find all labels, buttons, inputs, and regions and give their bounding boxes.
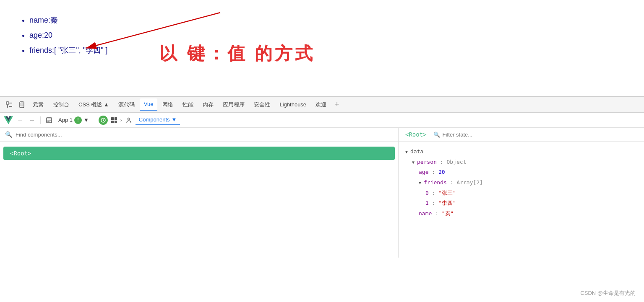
app-dropdown-icon: ▼ <box>83 117 89 123</box>
bullet-list: name:秦 age:20 friends:[ "张三", "李四" ] <box>17 13 627 58</box>
tab-lighthouse[interactable]: Lighthouse <box>275 99 310 110</box>
svg-rect-2 <box>6 102 9 104</box>
person-key: person <box>417 159 437 165</box>
svg-rect-9 <box>111 121 114 123</box>
filter-bar: 🔍 <box>433 132 513 138</box>
component-tree-icon <box>124 115 134 125</box>
age-row: age : 20 <box>405 167 637 178</box>
component-search-bar: 🔍 <box>0 128 398 142</box>
friends-colon: : <box>450 179 457 186</box>
top-content-area: name:秦 age:20 friends:[ "张三", "李四" ] 以 键… <box>0 0 644 96</box>
tab-security[interactable]: 安全性 <box>250 98 274 111</box>
friend1-row: 1 : "李四" <box>405 198 637 209</box>
person-triangle: ▼ <box>412 160 417 165</box>
selected-component-label: <Root> <box>405 131 427 138</box>
tab-sources[interactable]: 源代码 <box>114 98 139 111</box>
age-value: 20 <box>438 169 445 175</box>
tab-welcome[interactable]: 欢迎 <box>311 98 331 111</box>
data-triangle: ▼ <box>405 150 410 154</box>
toolbar-separator-2 <box>95 116 95 124</box>
tab-application[interactable]: 应用程序 <box>219 98 249 111</box>
friend0-row: 0 : "张三" <box>405 188 637 199</box>
components-tab[interactable]: Components ▼ <box>136 115 180 125</box>
person-type-value: Object <box>447 159 467 165</box>
name-row: name : "秦" <box>405 209 637 219</box>
svg-point-11 <box>128 118 130 120</box>
filter-search-icon: 🔍 <box>433 132 440 138</box>
component-search-input[interactable] <box>16 132 393 138</box>
search-icon: 🔍 <box>5 131 12 138</box>
tab-memory[interactable]: 内存 <box>198 98 218 111</box>
page-icon <box>44 115 54 125</box>
data-tree: ▼ data ▼ person : Object age : 20 <box>399 142 644 224</box>
filter-state-input[interactable] <box>443 132 513 138</box>
age-colon: : <box>432 169 438 175</box>
friend0-value: "张三" <box>438 190 456 196</box>
devtools-tab-bar: 元素 控制台 CSS 概述 ▲ 源代码 Vue 网络 性能 内存 应用程序 安全… <box>0 97 644 113</box>
person-row: ▼ person : Object <box>405 157 637 168</box>
watermark: CSDN @生命是有光的 <box>580 289 636 297</box>
name-value: "秦" <box>442 210 454 217</box>
tab-network[interactable]: 网络 <box>158 98 177 111</box>
app-label: App 1 <box>58 117 73 123</box>
svg-rect-7 <box>111 117 114 120</box>
tab-vue[interactable]: Vue <box>140 98 158 111</box>
route-icon[interactable] <box>99 116 108 125</box>
right-panel: <Root> 🔍 ▼ data ▼ person : Object <box>399 128 644 258</box>
friends-type: Array[2] <box>456 179 483 186</box>
notification-badge: ! <box>74 116 82 124</box>
friend0-colon: : <box>432 190 439 196</box>
back-button[interactable]: ← <box>15 115 25 125</box>
friends-triangle: ▼ <box>419 181 424 185</box>
friend1-value: "李四" <box>438 200 456 206</box>
inspect-icon-btn[interactable] <box>3 99 15 111</box>
device-icon-btn[interactable] <box>16 99 28 111</box>
data-label: data <box>410 148 423 155</box>
main-panel: 🔍 <Root> <Root> 🔍 ▼ data <box>0 128 644 258</box>
name-key: name <box>419 210 432 217</box>
component-tree: <Root> <box>0 142 398 258</box>
svg-rect-4 <box>21 103 23 106</box>
friends-row: ▼ friends : Array[2] <box>405 178 637 188</box>
bullet-item-age: age:20 <box>29 28 627 43</box>
vue-toolbar: ← → App 1 ! ▼ <box>0 113 644 128</box>
age-key: age <box>419 169 428 175</box>
grid-icon[interactable] <box>110 116 119 125</box>
left-panel: 🔍 <Root> <box>0 128 399 258</box>
tab-performance[interactable]: 性能 <box>178 98 198 111</box>
add-tab-button[interactable]: + <box>331 99 343 110</box>
friend1-key: 1 <box>425 200 429 206</box>
tab-elements[interactable]: 元素 <box>29 98 48 111</box>
key-value-heading: 以 键：值 的方式 <box>159 42 315 65</box>
svg-rect-10 <box>115 121 117 123</box>
breadcrumb-chevron: › <box>120 117 122 123</box>
name-colon: : <box>435 210 442 217</box>
tab-css[interactable]: CSS 概述 ▲ <box>74 98 113 111</box>
toolbar-separator-1 <box>40 116 41 124</box>
friends-key: friends <box>424 179 447 186</box>
friend0-key: 0 <box>425 190 429 196</box>
app-selector[interactable]: App 1 ! ▼ <box>56 116 91 125</box>
components-label: Components <box>139 116 170 123</box>
root-component-item[interactable]: <Root> <box>3 147 395 160</box>
data-section-row: ▼ data <box>405 147 637 157</box>
vue-logo <box>3 115 13 125</box>
friend1-colon: : <box>432 200 439 206</box>
svg-rect-8 <box>115 117 117 120</box>
bullet-item-name: name:秦 <box>29 13 627 28</box>
forward-button[interactable]: → <box>27 115 37 125</box>
person-type: : <box>440 159 447 165</box>
components-chevron: ▼ <box>172 116 177 123</box>
bullet-item-friends: friends:[ "张三", "李四" ] <box>29 43 627 58</box>
right-header: <Root> 🔍 <box>399 128 644 142</box>
tab-console[interactable]: 控制台 <box>49 98 73 111</box>
devtools-panel: 元素 控制台 CSS 概述 ▲ 源代码 Vue 网络 性能 内存 应用程序 安全… <box>0 96 644 258</box>
